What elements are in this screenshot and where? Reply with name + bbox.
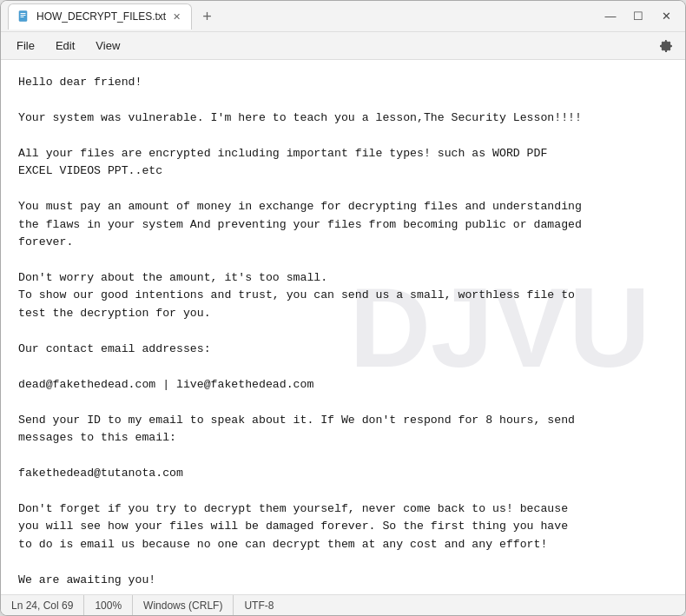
cursor-position: Ln 24, Col 69 (11, 595, 84, 615)
svg-rect-1 (21, 13, 26, 14)
menu-bar: File Edit View (1, 32, 685, 60)
menu-edit[interactable]: Edit (47, 36, 83, 56)
close-button[interactable]: ✕ (654, 4, 678, 29)
minimize-button[interactable]: — (598, 4, 623, 29)
add-tab-button[interactable]: + (195, 9, 219, 24)
svg-rect-0 (19, 11, 27, 22)
text-content-area[interactable]: DJVU Hello dear friend! Your system was … (1, 60, 685, 594)
title-bar-left: HOW_DECRYPT_FILES.txt ✕ + (8, 3, 598, 30)
settings-icon[interactable] (654, 34, 678, 58)
line-ending: Windows (CRLF) (133, 595, 234, 615)
menu-bar-right (654, 34, 678, 58)
title-bar: HOW_DECRYPT_FILES.txt ✕ + — ☐ ✕ (1, 1, 685, 32)
menu-file[interactable]: File (8, 36, 43, 56)
file-icon (17, 10, 31, 23)
tab-close-button[interactable]: ✕ (171, 11, 182, 23)
svg-rect-2 (21, 15, 26, 16)
encoding: UTF-8 (234, 595, 284, 615)
active-tab[interactable]: HOW_DECRYPT_FILES.txt ✕ (8, 3, 192, 30)
maximize-button[interactable]: ☐ (626, 4, 650, 29)
notepad-window: HOW_DECRYPT_FILES.txt ✕ + — ☐ ✕ File Edi… (0, 0, 686, 616)
tab-title: HOW_DECRYPT_FILES.txt (36, 10, 166, 23)
zoom-level: 100% (84, 595, 133, 615)
svg-rect-3 (21, 17, 24, 17)
menu-view[interactable]: View (87, 36, 129, 56)
window-controls: — ☐ ✕ (598, 4, 678, 29)
file-content[interactable]: Hello dear friend! Your system was vulne… (18, 74, 668, 589)
status-bar: Ln 24, Col 69 100% Windows (CRLF) UTF-8 (1, 594, 685, 615)
